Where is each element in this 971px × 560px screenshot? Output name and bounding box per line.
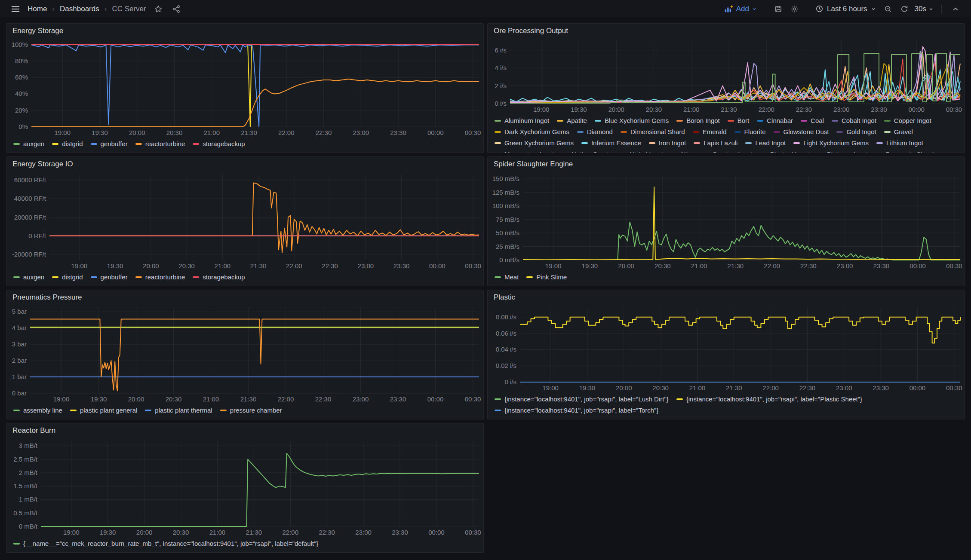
legend-item[interactable]: Niter [671, 149, 695, 153]
add-button[interactable]: Add [722, 5, 759, 13]
time-series-chart[interactable]: 19:0019:3020:0020:3021:0021:3022:0022:30… [6, 303, 483, 404]
refresh-icon[interactable] [898, 3, 910, 15]
legend-item[interactable]: Dark Xychorium Gems [495, 127, 569, 137]
legend-item[interactable]: distgrid [52, 139, 83, 149]
legend-item[interactable]: Pink Slime [526, 272, 567, 282]
legend-item[interactable]: reactorturbine [135, 139, 185, 149]
legend-item[interactable]: Lapis Lazuli [694, 138, 737, 148]
time-series-chart[interactable]: 19:0019:3020:0020:3021:0021:3022:0022:30… [6, 437, 483, 538]
time-range-picker[interactable]: Last 6 hours [814, 5, 878, 13]
legend-item[interactable]: Coal [801, 116, 824, 126]
legend-scroll-area[interactable]: Aluminum IngotApatiteBlue Xychorium Gems… [488, 115, 965, 153]
legend-item[interactable]: Boron Ingot [676, 116, 720, 126]
legend-item[interactable]: Magnesium Ingot [495, 149, 554, 153]
legend-item[interactable]: Prosperity Shard [876, 149, 934, 153]
legend-item[interactable]: Copper Ingot [884, 116, 931, 126]
legend-item[interactable]: storagebackup [193, 272, 245, 282]
zoom-out-time-icon[interactable] [882, 3, 894, 15]
x-axis-tick-label: 22:30 [315, 395, 332, 403]
legend-item[interactable]: auxgen [13, 139, 44, 149]
legend-item[interactable]: {instance="localhost:9401", job="rsapi",… [676, 394, 862, 404]
legend-item[interactable]: reactorturbine [135, 272, 185, 282]
legend-series-swatch [495, 410, 501, 411]
legend-item[interactable]: Green Xychorium Gems [495, 138, 574, 148]
panel-title[interactable]: Plastic [494, 293, 515, 302]
legend-item[interactable]: Osmium Ingot [702, 149, 752, 153]
panel-spider-slaughter-engine: Spider Slaughter Engine 19:0019:3020:002… [487, 156, 965, 286]
legend-series-swatch [495, 398, 501, 400]
legend-item[interactable]: Fluorite [734, 127, 766, 137]
legend-item[interactable]: plastic plant thermal [145, 405, 212, 416]
x-axis-tick-label: 19:00 [533, 106, 550, 113]
legend-series-swatch [13, 143, 20, 145]
breadcrumb-home[interactable]: Home [28, 5, 47, 13]
panel-title[interactable]: Ore Processing Output [494, 27, 568, 35]
legend-item[interactable]: Nether Quartz [562, 149, 612, 153]
legend-item[interactable]: {instance="localhost:9401", job="rsapi",… [495, 394, 669, 404]
share-icon[interactable] [170, 3, 182, 15]
refresh-interval-picker[interactable]: 30s [915, 5, 934, 13]
time-series-chart[interactable]: 19:0019:3020:0020:3021:0021:3022:0022:30… [488, 170, 965, 271]
legend-item[interactable]: Lead Ingot [745, 138, 786, 148]
legend-series-swatch [145, 410, 151, 411]
legend-item[interactable]: Diamond [577, 127, 613, 137]
legend-series-swatch [621, 131, 627, 133]
legend-item[interactable]: Iron Ingot [649, 138, 686, 148]
legend-item[interactable]: Emerald [693, 127, 727, 137]
save-dashboard-icon[interactable] [772, 3, 784, 15]
x-axis-tick-label: 23:00 [837, 262, 853, 269]
legend-item[interactable]: assembly line [13, 405, 62, 416]
legend-item[interactable]: Lithium Ingot [876, 138, 923, 148]
legend-series-label: reactorturbine [145, 139, 185, 149]
time-series-chart[interactable]: 19:0019:3020:0020:3021:0021:3022:0022:30… [488, 37, 965, 115]
legend-item[interactable]: Bort [728, 116, 750, 126]
panel-title[interactable]: Energy Storage [12, 27, 63, 35]
legend-item[interactable]: Nickel Ingot [620, 149, 663, 153]
legend-item[interactable]: {__name__="cc_mek_reactor_burn_rate_mb_t… [13, 539, 318, 549]
panel-title[interactable]: Spider Slaughter Engine [494, 160, 573, 168]
dashboard-settings-gear-icon[interactable] [789, 3, 801, 15]
breadcrumb-dashboards[interactable]: Dashboards [60, 5, 99, 13]
menu-toggle-icon[interactable] [9, 3, 22, 15]
legend-series-label: Green Xychorium Gems [504, 138, 574, 148]
legend-item[interactable]: Platinum Ingot [817, 149, 868, 153]
panel-title[interactable]: Reactor Burn [12, 426, 55, 435]
legend-item[interactable]: storagebackup [193, 139, 245, 149]
legend-item[interactable]: Cobalt Ingot [832, 116, 876, 126]
legend-item[interactable]: Glowstone Dust [774, 127, 829, 137]
legend-item[interactable]: pressure chamber [220, 405, 282, 416]
legend-item[interactable]: Dimensional Shard [621, 127, 685, 137]
legend-series-swatch [757, 120, 763, 122]
y-axis-tick-label: 3 mB/t [19, 442, 38, 449]
legend-series-swatch [526, 276, 533, 278]
favorite-star-icon[interactable] [152, 3, 164, 15]
time-series-chart[interactable]: 19:0019:3020:0020:3021:0021:3022:0022:30… [488, 303, 965, 393]
legend-item[interactable]: genbuffer [91, 272, 128, 282]
legend-item[interactable]: Blue Xychorium Gems [595, 116, 669, 126]
legend-item[interactable]: Gravel [884, 127, 913, 137]
legend-item[interactable]: {instance="localhost:9401", job="rsapi",… [495, 405, 658, 416]
time-series-chart[interactable]: 19:0019:3020:0020:3021:0021:3022:0022:30… [6, 37, 483, 138]
legend-item[interactable]: Gold Ingot [836, 127, 876, 137]
legend-item[interactable]: genbuffer [91, 139, 128, 149]
legend-item[interactable]: Light Xychorium Gems [793, 138, 869, 148]
legend-item[interactable]: plastic plant general [70, 405, 137, 416]
x-axis-tick-label: 20:00 [143, 262, 159, 269]
legend-series-label: Copper Ingot [894, 116, 931, 126]
collapse-nav-chevron-up-icon[interactable] [949, 3, 962, 15]
legend-item[interactable]: Apatite [557, 116, 587, 126]
legend-item[interactable]: Cinnabar [757, 116, 793, 126]
legend-series-label: Osmium Ingot [712, 149, 752, 153]
panel-title[interactable]: Pneumatics Pressure [12, 293, 82, 302]
time-series-chart[interactable]: 19:0019:3020:0020:3021:0021:3022:0022:30… [6, 170, 483, 271]
x-axis-tick-label: 21:00 [691, 262, 707, 269]
legend-item[interactable]: Inferium Essence [581, 138, 641, 148]
legend-item[interactable]: auxgen [13, 272, 44, 282]
legend-item[interactable]: Meat [495, 272, 519, 282]
legend-series-swatch [495, 142, 501, 144]
panel-title[interactable]: Energy Storage IO [12, 160, 73, 168]
legend-item[interactable]: distgrid [52, 272, 83, 282]
legend-item[interactable]: Plasteel Ingot [760, 149, 809, 153]
legend-item[interactable]: Aluminum Ingot [495, 116, 549, 126]
y-axis-tick-label: 0 bar [12, 389, 27, 397]
